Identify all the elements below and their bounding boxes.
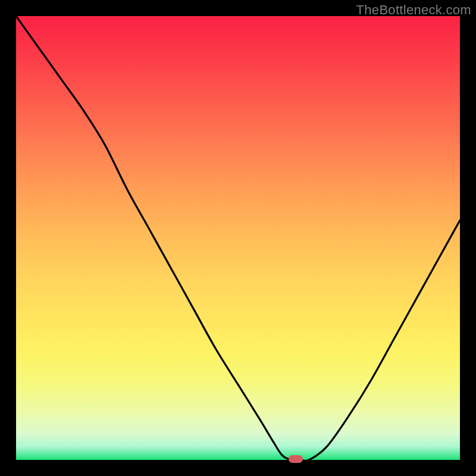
chart-frame: TheBottleneck.com bbox=[0, 0, 476, 476]
curve-svg bbox=[16, 16, 460, 460]
bottleneck-curve-path bbox=[16, 16, 460, 460]
optimal-point-marker bbox=[289, 455, 303, 463]
plot-area bbox=[16, 16, 460, 460]
